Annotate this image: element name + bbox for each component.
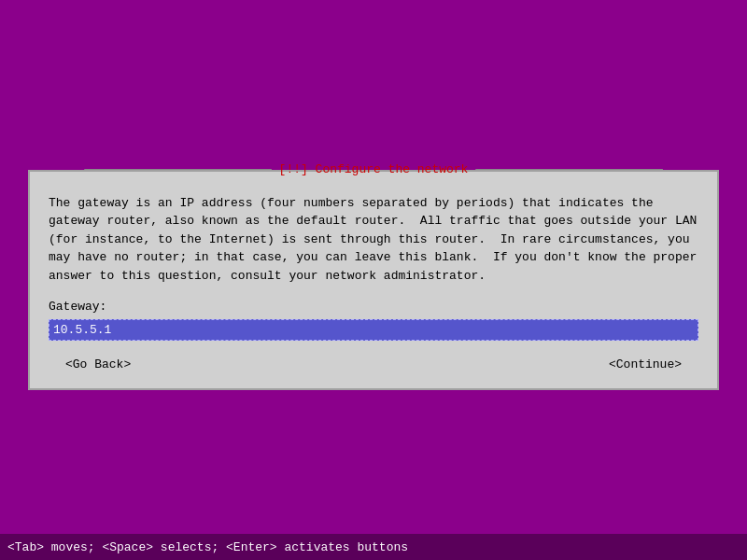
status-bar: <Tab> moves; <Space> selects; <Enter> ac… (0, 534, 747, 560)
dialog-content: The gateway is an IP address (four numbe… (30, 172, 717, 389)
title-line-left (85, 169, 272, 170)
go-back-button[interactable]: <Go Back> (58, 356, 138, 373)
dialog-title-bar: [!!] Configure the network (85, 162, 663, 176)
description-text: The gateway is an IP address (four numbe… (49, 194, 698, 286)
dialog-title: [!!] Configure the network (279, 162, 469, 176)
continue-button[interactable]: <Continue> (601, 356, 689, 373)
title-line-right (475, 169, 662, 170)
buttons-row: <Go Back> <Continue> (49, 356, 698, 373)
gateway-label: Gateway: (49, 300, 698, 314)
configure-network-dialog: [!!] Configure the network The gateway i… (28, 170, 719, 391)
gateway-input[interactable] (49, 319, 698, 341)
status-bar-text: <Tab> moves; <Space> selects; <Enter> ac… (7, 540, 408, 554)
